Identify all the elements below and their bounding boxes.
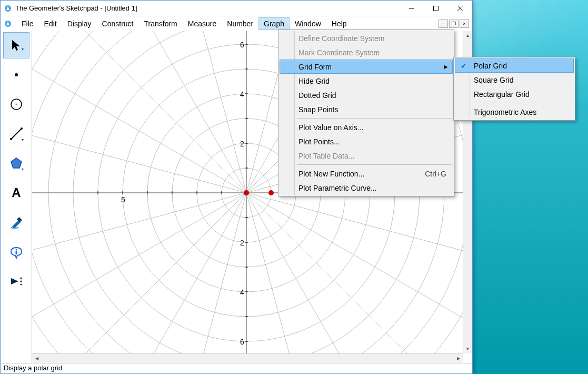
maximize-button[interactable] [424, 1, 448, 16]
svg-point-21 [20, 278, 22, 279]
svg-text:A: A [12, 185, 21, 200]
axis-tick-ny6: 6 [240, 338, 244, 346]
menu-number[interactable]: Number [222, 17, 258, 30]
info-tool[interactable] [3, 239, 29, 265]
graph-dropdown-menu: Define Coordinate System Mark Coordinate… [278, 29, 454, 196]
submenu-arrow-icon: ▶ [444, 64, 448, 70]
svg-marker-13 [22, 139, 24, 141]
submenu-trig-axes[interactable]: Trigonometric Axes [455, 105, 574, 119]
svg-point-22 [20, 281, 22, 282]
menu-window[interactable]: Window [290, 17, 326, 30]
doc-icon [4, 19, 12, 28]
custom-tool[interactable] [3, 268, 29, 294]
minimize-button[interactable] [400, 1, 424, 16]
window-controls [400, 1, 472, 16]
menu-graph[interactable]: Graph [258, 17, 290, 30]
scroll-right-arrow[interactable]: ▶ [454, 354, 463, 363]
origin-point[interactable] [244, 190, 249, 195]
grid-form-submenu: ✓ Polar Grid Square Grid Rectangular Gri… [453, 57, 575, 121]
menu-mark-cs[interactable]: Mark Coordinate System [280, 45, 453, 60]
menu-plot-value[interactable]: Plot Value on Axis... [280, 120, 453, 134]
menu-dotted-grid[interactable]: Dotted Grid [280, 88, 453, 102]
menu-shortcut: Ctrl+G [425, 170, 446, 178]
marker-tool[interactable] [3, 209, 29, 235]
mdi-close[interactable]: × [460, 19, 469, 28]
menu-plot-new-func-label: Plot New Function... [298, 170, 364, 178]
menu-display[interactable]: Display [62, 17, 97, 30]
close-button[interactable] [448, 1, 472, 16]
menu-edit[interactable]: Edit [39, 17, 62, 30]
unit-point[interactable] [268, 190, 274, 195]
app-icon [4, 4, 12, 13]
toolbox: A [1, 31, 32, 363]
svg-marker-6 [22, 48, 24, 51]
window-title: The Geometer's Sketchpad - [Untitled 1] [15, 4, 400, 12]
menu-define-cs[interactable]: Define Coordinate System [280, 31, 453, 45]
svg-point-18 [15, 249, 17, 251]
axis-tick-y6: 6 [240, 41, 244, 49]
menu-snap-points[interactable]: Snap Points [280, 102, 453, 116]
svg-rect-2 [434, 6, 438, 11]
axis-tick-ny4: 4 [240, 288, 244, 297]
svg-point-11 [10, 138, 12, 140]
svg-point-23 [20, 284, 22, 286]
submenu-square-grid[interactable]: Square Grid [455, 73, 574, 87]
check-icon: ✓ [461, 62, 467, 70]
axis-tick-r5: 5 [121, 195, 125, 204]
point-tool[interactable] [3, 62, 29, 88]
menu-file[interactable]: File [16, 17, 39, 30]
svg-marker-20 [11, 278, 18, 284]
arrow-tool[interactable] [3, 32, 29, 58]
mdi-minimize[interactable]: – [438, 19, 448, 28]
submenu-polar-grid[interactable]: ✓ Polar Grid [455, 58, 574, 73]
svg-marker-14 [11, 158, 22, 168]
menu-help[interactable]: Help [326, 17, 352, 30]
submenu-rectangular-grid[interactable]: Rectangular Grid [455, 87, 574, 101]
scroll-up-arrow[interactable]: ▲ [463, 31, 472, 40]
svg-rect-19 [15, 251, 17, 254]
svg-marker-15 [22, 169, 24, 171]
menu-separator [473, 103, 573, 103]
mdi-restore[interactable]: ❐ [449, 19, 459, 28]
svg-point-7 [15, 73, 18, 76]
menu-hide-grid[interactable]: Hide Grid [280, 74, 453, 88]
menu-separator [297, 118, 452, 119]
polygon-tool[interactable] [3, 150, 29, 176]
menu-plot-points[interactable]: Plot Points... [280, 134, 453, 149]
menu-grid-form[interactable]: Grid Form ▶ [280, 60, 453, 74]
mdi-controls: – ❐ × [438, 19, 469, 28]
scroll-down-arrow[interactable]: ▼ [463, 345, 472, 353]
axis-tick-y4: 4 [240, 90, 244, 99]
svg-point-12 [21, 127, 23, 130]
svg-line-10 [11, 129, 22, 139]
submenu-polar-label: Polar Grid [474, 62, 507, 70]
axis-tick-ny2: 2 [240, 239, 244, 247]
menu-measure[interactable]: Measure [183, 17, 222, 30]
line-tool[interactable] [3, 121, 29, 147]
menu-construct[interactable]: Construct [97, 17, 139, 30]
statusbar: Display a polar grid [1, 363, 472, 373]
scroll-left-arrow[interactable]: ◀ [32, 354, 41, 363]
menu-plot-param[interactable]: Plot Parametric Curve... [280, 181, 453, 195]
horizontal-scrollbar[interactable]: ◀ ▶ [32, 353, 463, 363]
menu-transform[interactable]: Transform [139, 17, 183, 30]
menu-separator [297, 164, 452, 165]
axis-tick-y2: 2 [240, 140, 244, 148]
svg-point-9 [15, 104, 17, 105]
menu-plot-table[interactable]: Plot Table Data... [280, 149, 453, 163]
titlebar[interactable]: The Geometer's Sketchpad - [Untitled 1] [1, 1, 472, 16]
menu-plot-new-func[interactable]: Plot New Function... Ctrl+G [280, 166, 453, 181]
compass-tool[interactable] [3, 91, 29, 117]
menu-grid-form-label: Grid Form [298, 63, 332, 71]
menubar: File Edit Display Construct Transform Me… [1, 16, 472, 31]
text-tool[interactable]: A [3, 180, 29, 206]
